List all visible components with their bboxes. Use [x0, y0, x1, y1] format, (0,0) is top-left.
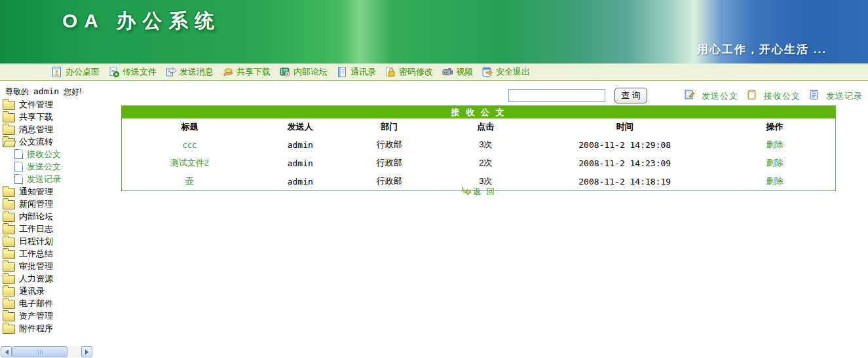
toolbar-label: 传送文件 — [123, 66, 157, 78]
delete-link[interactable]: 删除 — [766, 176, 783, 186]
top-toolbar: 办公桌面 传送文件 发送消息 共享下载 内部论坛 通讯录 密码修改 视频 — [0, 63, 868, 81]
sidebar-item-attachment-program[interactable]: 附件程序 — [3, 322, 117, 334]
doc-clicks: 2次 — [436, 154, 535, 172]
sidebar-item-share-download[interactable]: 共享下载 — [3, 111, 117, 123]
sidebar-item-human-resources[interactable]: 人力资源 — [3, 272, 117, 285]
transfer-file-icon — [108, 66, 120, 78]
doc-title-link[interactable]: ccc — [183, 141, 197, 150]
folder-icon — [3, 113, 15, 122]
toolbar-label: 内部论坛 — [293, 66, 328, 78]
scroll-right-button[interactable] — [81, 346, 92, 357]
user-greeting: 尊敬的admin您好! — [5, 86, 81, 98]
sidebar-item-work-log[interactable]: 工作日志 — [3, 223, 117, 235]
col-header-action: 操作 — [714, 118, 835, 135]
sidebar-item-approval-management[interactable]: 审批管理 — [3, 260, 117, 272]
scrollbar-track[interactable] — [67, 346, 81, 357]
folder-icon — [3, 238, 15, 247]
quick-links: 发送公文 接收公文 发送记录 — [684, 89, 863, 103]
sidebar-item-receive-document[interactable]: 接收公文 — [3, 148, 117, 160]
sidebar-item-work-summary[interactable]: 工作总结 — [3, 247, 117, 260]
right-arrow-icon — [85, 349, 91, 355]
toolbar-item-logout[interactable]: 安全退出 — [481, 66, 530, 78]
col-header-clicks: 点击 — [436, 118, 535, 135]
sidebar-item-send-record[interactable]: 发送记录 — [3, 173, 117, 185]
clipboard-record-icon — [808, 89, 820, 103]
search-input[interactable] — [508, 89, 605, 102]
horizontal-scrollbar — [1, 346, 92, 357]
folder-icon — [3, 188, 15, 197]
doc-dept: 行政部 — [343, 154, 436, 172]
received-documents-table: 标题 发送人 部门 点击 时间 操作 ccc admin 行政部 3次 2008… — [122, 118, 835, 190]
back-row: 返 回 — [121, 186, 836, 198]
contacts-icon — [336, 66, 348, 78]
scrollbar-thumb[interactable] — [12, 346, 67, 357]
banner-slogan: 用心工作，开心生活 ... — [697, 42, 827, 57]
sidebar-item-email[interactable]: 电子邮件 — [3, 297, 117, 310]
toolbar-item-desktop[interactable]: 办公桌面 — [51, 66, 100, 78]
received-documents-panel: 接 收 公 文 标题 发送人 部门 点击 时间 操作 ccc admi — [121, 105, 836, 191]
toolbar-item-share-download[interactable]: 共享下载 — [222, 66, 271, 78]
document-icon — [14, 174, 23, 184]
doc-title-link[interactable]: 测试文件2 — [170, 158, 209, 168]
quick-link-send-document[interactable]: 发送公文 — [684, 89, 738, 103]
folder-icon — [3, 275, 15, 284]
sidebar-item-send-document[interactable]: 发送公文 — [3, 160, 117, 173]
sidebar-item-asset-management[interactable]: 资产管理 — [3, 310, 117, 322]
scroll-left-button[interactable] — [1, 346, 12, 357]
document-icon — [14, 149, 23, 159]
sidebar-item-schedule-plan[interactable]: 日程计划 — [3, 235, 117, 247]
greeting-username: admin — [33, 86, 59, 96]
toolbar-label: 安全退出 — [496, 66, 530, 78]
toolbar-label: 密码修改 — [399, 66, 433, 78]
header-banner: OA 办公系统 用心工作，开心生活 ... — [0, 0, 868, 63]
app-title: OA 办公系统 — [62, 8, 221, 35]
sidebar-item-contacts[interactable]: 通讯录 — [3, 285, 117, 297]
toolbar-item-change-password[interactable]: 密码修改 — [385, 66, 433, 78]
toolbar-item-transfer-file[interactable]: 传送文件 — [108, 66, 157, 78]
oa-office-system: OA 办公系统 用心工作，开心生活 ... 办公桌面 传送文件 发送消息 共享下… — [0, 0, 868, 358]
folder-icon — [3, 312, 15, 321]
back-link[interactable]: 返 回 — [461, 186, 497, 198]
sidebar-item-news-management[interactable]: 新闻管理 — [3, 198, 117, 210]
folder-icon — [3, 213, 15, 222]
left-arrow-icon — [3, 349, 9, 355]
search-button[interactable]: 查 询 — [614, 88, 647, 103]
quick-link-send-record[interactable]: 发送记录 — [808, 89, 863, 103]
clipboard-receive-icon — [746, 89, 757, 103]
table-row: ccc admin 行政部 3次 2008-11-2 14:29:08 删除 — [122, 135, 835, 154]
document-icon — [14, 162, 23, 171]
delete-link[interactable]: 删除 — [766, 139, 783, 149]
col-header-time: 时间 — [536, 118, 714, 135]
col-header-title: 标题 — [122, 118, 257, 135]
folder-icon — [3, 287, 15, 296]
folder-icon — [3, 262, 15, 272]
sidebar-item-notice-management[interactable]: 通知管理 — [3, 185, 117, 198]
toolbar-item-send-message[interactable]: 发送消息 — [165, 66, 214, 78]
toolbar-label: 办公桌面 — [66, 66, 100, 78]
delete-link[interactable]: 删除 — [766, 158, 783, 168]
sidebar-item-document-flow[interactable]: 公文流转 — [3, 135, 117, 148]
sidebar-item-message-management[interactable]: 消息管理 — [3, 123, 117, 135]
forum-icon — [279, 66, 291, 78]
doc-dept: 行政部 — [343, 135, 436, 154]
folder-icon — [3, 300, 15, 309]
toolbar-label: 发送消息 — [179, 66, 214, 78]
doc-title-link[interactable]: 壶 — [185, 176, 194, 186]
toolbar-item-contacts[interactable]: 通讯录 — [336, 66, 376, 78]
table-title: 接 收 公 文 — [122, 106, 835, 118]
folder-icon — [3, 225, 15, 234]
sidebar-item-file-management[interactable]: 文件管理 — [3, 98, 117, 111]
folder-icon — [3, 101, 15, 110]
sidebar-item-internal-forum[interactable]: 内部论坛 — [3, 210, 117, 223]
table-header-row: 标题 发送人 部门 点击 时间 操作 — [122, 118, 835, 135]
toolbar-label: 共享下载 — [236, 66, 271, 78]
doc-time: 2008-11-2 14:23:09 — [536, 154, 714, 172]
note-pencil-icon — [684, 89, 695, 103]
quick-link-receive-document[interactable]: 接收公文 — [746, 89, 801, 103]
toolbar-item-forum[interactable]: 内部论坛 — [279, 66, 328, 78]
share-download-icon — [222, 66, 234, 78]
toolbar-item-video[interactable]: 视频 — [442, 66, 473, 78]
folder-icon — [3, 200, 15, 209]
password-lock-icon — [385, 66, 396, 78]
greeting-suffix: 您好! — [64, 87, 81, 96]
